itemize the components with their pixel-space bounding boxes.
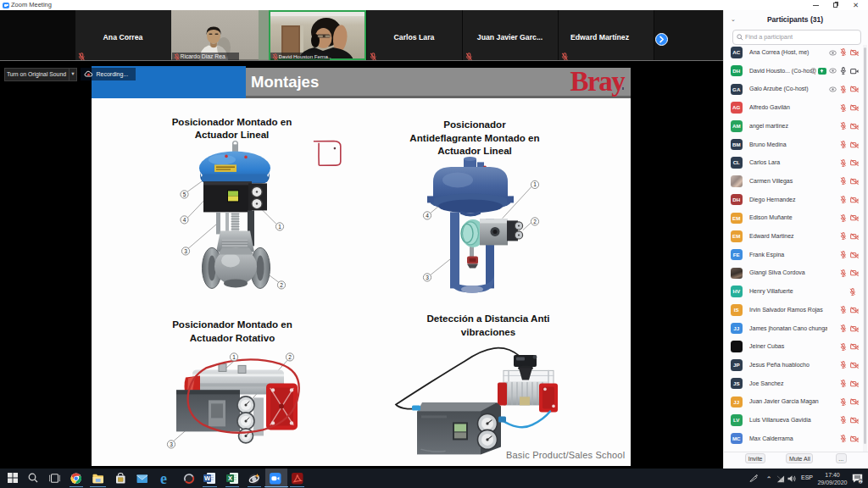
svg-text:1: 1 xyxy=(278,223,281,229)
svg-text:3: 3 xyxy=(426,274,429,280)
svg-text:2: 2 xyxy=(533,218,537,224)
svg-text:W: W xyxy=(204,474,211,482)
svg-text:1: 1 xyxy=(533,181,537,187)
svg-text:3: 3 xyxy=(170,441,173,446)
svg-text:2: 2 xyxy=(288,353,292,359)
svg-text:3: 3 xyxy=(184,247,187,253)
svg-text:5: 5 xyxy=(183,191,186,197)
svg-text:2: 2 xyxy=(280,281,283,287)
svg-text:1: 1 xyxy=(232,353,236,359)
svg-text:X: X xyxy=(228,474,232,482)
svg-text:4: 4 xyxy=(183,216,186,222)
svg-text:4: 4 xyxy=(426,212,429,218)
